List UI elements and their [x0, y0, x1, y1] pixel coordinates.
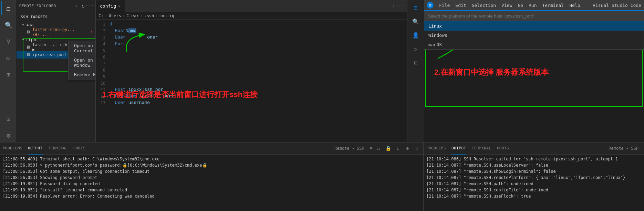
panel-content-right: [21:10:14.086] SSH Resolver called for "… — [424, 155, 644, 211]
tab-terminal-right[interactable]: TERMINAL — [472, 143, 491, 155]
sidebar: REMOTE EXPLORER + ↻ ··· SSH TARGETS ▼ aa… — [17, 0, 96, 142]
tab-config[interactable]: config × — [96, 0, 125, 12]
rlog-line-2: [21:10:14.087] "remote.SSH.useLocalServe… — [426, 162, 641, 168]
menu-help[interactable]: Help — [569, 3, 580, 8]
tab-ports-right[interactable]: PORTS — [497, 143, 509, 155]
code-editor[interactable]: 1 H 2 HostName 3 User oner 4 Port — [96, 20, 407, 142]
rlog-line-1: [21:10:14.086] SSH Resolver called for "… — [426, 156, 641, 162]
extensions-icon[interactable]: ⊞ — [1, 67, 15, 81]
breadcrumb-ssh[interactable]: .ssh — [144, 13, 154, 18]
code-line-1: H — [110, 22, 112, 27]
tab-config-close[interactable]: × — [118, 4, 121, 9]
sidebar-title: REMOTE EXPLORER — [19, 4, 73, 8]
bottom-panel-right: PROBLEMS OUTPUT TERMINAL PORTS Remote - … — [424, 143, 644, 211]
debug-icon[interactable]: ▷ — [1, 51, 15, 65]
sidebar-item-faster-rcnn[interactable]: 🖥 faster-rcnn-py... /e/... ! ! — [17, 28, 95, 36]
close-btn-left[interactable]: × — [414, 145, 420, 152]
computer-icon: 🖥 — [26, 30, 31, 34]
ssh-targets-header: SSH TARGETS — [17, 12, 95, 21]
lock-btn-left[interactable]: 🔒 — [385, 145, 392, 152]
breadcrumb: C: › Users › Clear › .ssh › config — [96, 12, 407, 20]
right-icon-search[interactable]: 🔍 — [409, 15, 422, 28]
code-line-3: User oner — [110, 35, 158, 40]
more-editor-icon[interactable]: ··· — [396, 3, 404, 9]
context-menu: Open on SSH Host in Current Window Open … — [68, 41, 96, 80]
menu-edit[interactable]: Edit — [455, 3, 466, 8]
menu-view[interactable]: View — [501, 3, 512, 8]
context-open-new[interactable]: Open on SSH Host in New Window — [69, 55, 96, 70]
dropdown-icon-left[interactable]: ▼ — [370, 146, 372, 151]
code-line-2: HostName — [110, 28, 136, 33]
new-ssh-icon[interactable]: + — [73, 3, 79, 9]
tab-ports-left[interactable]: PORTS — [73, 143, 86, 155]
panel-tabs-right: PROBLEMS OUTPUT TERMINAL PORTS Remote - … — [424, 143, 644, 155]
annotation-left: 1.右键进行选择是否当前窗口进行打开ssh连接 — [102, 89, 258, 100]
context-open-current[interactable]: Open on SSH Host in Current Window — [69, 41, 96, 55]
right-icon-ext[interactable]: ⊞ — [409, 56, 422, 69]
menu-selection[interactable]: Selection — [472, 3, 496, 8]
platform-search-input[interactable] — [424, 10, 644, 21]
bottom-label-right: Remote - SSH — [609, 146, 638, 151]
log-line-6: [21:09:19.851] "install" terminal comman… — [3, 187, 420, 193]
remote-icon[interactable]: ⊡ — [1, 112, 15, 126]
platform-dropdown: Linux Windows macOS — [424, 10, 644, 50]
breadcrumb-c[interactable]: C: — [98, 13, 103, 18]
right-icon-debug2[interactable]: ▷ — [409, 43, 422, 55]
log-line-1: [21:08:55.489] Terminal shell path: C:\W… — [3, 156, 420, 162]
bottom-area: PROBLEMS OUTPUT TERMINAL PORTS Remote - … — [0, 142, 644, 211]
log-line-7: [21:09:19.854] Resolver error: Error: Co… — [3, 193, 420, 199]
tab-config-label: config — [100, 3, 116, 9]
platform-list: Linux Windows macOS — [424, 21, 644, 50]
log-line-2: [21:08:56.053] > pythoner@ifport.com's p… — [3, 162, 420, 168]
bottom-panel-left: PROBLEMS OUTPUT TERMINAL PORTS Remote - … — [0, 143, 424, 211]
refresh-icon[interactable]: ↻ — [80, 3, 86, 9]
breadcrumb-config[interactable]: config — [159, 13, 174, 18]
platform-linux[interactable]: Linux — [424, 21, 644, 31]
scroll-btn-left[interactable]: ↓ — [394, 145, 401, 152]
sidebar-item-faster-rcnn-label: faster-rcnn-py... /e/... ! — [32, 27, 89, 37]
breadcrumb-users[interactable]: Users — [109, 13, 121, 18]
computer2-icon: 🖥 — [26, 45, 31, 50]
settings-icon[interactable]: ⚙ — [1, 128, 15, 142]
git-icon[interactable]: ⑂ — [1, 34, 15, 48]
bottom-label-left: Remote - SSH — [334, 146, 364, 151]
panel-content-left: [21:08:55.489] Terminal shell path: C:\W… — [0, 155, 423, 211]
tab-problems-right[interactable]: PROBLEMS — [426, 143, 446, 155]
tab-output-left[interactable]: OUTPUT — [28, 143, 43, 155]
computer3-icon: 🖥 — [26, 52, 31, 57]
log-line-4: [21:08:56.053] Showing password prompt — [3, 175, 420, 181]
warning-icon: ! — [90, 30, 93, 34]
wrap-btn-left[interactable]: ↵ — [375, 145, 382, 152]
more-options-icon[interactable]: ··· — [87, 3, 93, 9]
search-icon[interactable]: 🔍 — [1, 18, 15, 32]
vscode-menubar: ≡ File Edit Selection View Go Run Termin… — [424, 0, 644, 10]
rlog-line-4: [21:10:14.087] "remote.SSH.remotePlatfor… — [426, 175, 641, 181]
menu-go[interactable]: Go — [518, 3, 523, 8]
menu-terminal[interactable]: Terminal — [542, 3, 564, 8]
tab-problems-left[interactable]: PROBLEMS — [3, 143, 22, 155]
sidebar-item-aaa-label: aaa — [25, 22, 93, 27]
vscode-logo: ≡ — [427, 2, 434, 9]
log-line-3: [21:08:56.053] Got some output, clearing… — [3, 168, 420, 175]
clear-btn-left[interactable]: ⊘ — [404, 145, 411, 152]
expand-ifpo-icon: ▼ — [22, 38, 24, 42]
annotation-right: 2.在新窗口中选择 服务器系统版本 — [434, 67, 549, 77]
vscode-title: Visual Studio Code — [593, 3, 641, 8]
split-editor-icon[interactable]: ⊟ — [391, 3, 393, 9]
right-icon-person[interactable]: 👤 — [409, 29, 422, 41]
activity-bar: ❐ 🔍 ⑂ ▷ ⊞ ⊡ ⚙ — [0, 0, 17, 142]
right-panel: ≡ 🔍 👤 ▷ ⊞ ≡ File Edit Selection View Go … — [407, 0, 644, 142]
right-icon-chat[interactable]: ≡ — [409, 1, 422, 14]
tab-terminal-left[interactable]: TERMINAL — [48, 143, 68, 155]
context-remove[interactable]: Remove From Recent List — [69, 70, 96, 79]
code-line-13: User username — [110, 100, 150, 105]
platform-macos[interactable]: macOS — [424, 40, 644, 49]
breadcrumb-clear[interactable]: Clear — [126, 13, 139, 18]
rlog-line-5: [21:10:14.087] "remote.SSH.path": undefi… — [426, 181, 641, 187]
platform-windows[interactable]: Windows — [424, 31, 644, 40]
panel-tabs-left: PROBLEMS OUTPUT TERMINAL PORTS Remote - … — [0, 143, 423, 155]
menu-file[interactable]: File — [439, 3, 450, 8]
tab-output-right[interactable]: OUTPUT — [451, 143, 466, 155]
menu-run[interactable]: Run — [529, 3, 537, 8]
explorer-icon[interactable]: ❐ — [1, 1, 15, 15]
